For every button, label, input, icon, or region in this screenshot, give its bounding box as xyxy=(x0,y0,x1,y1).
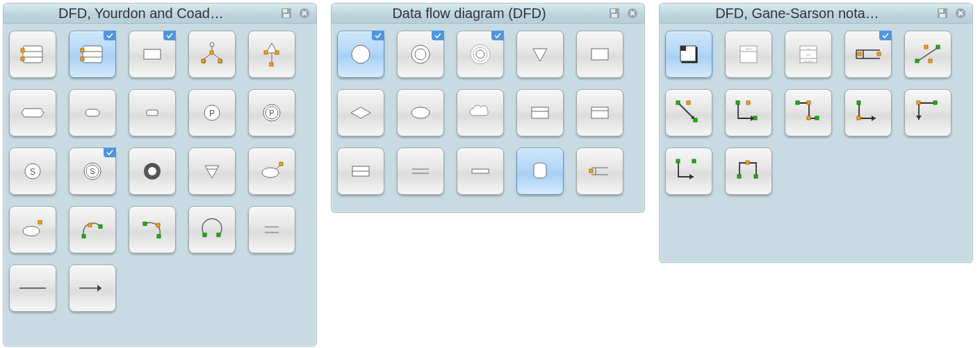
tool-flow-1[interactable] xyxy=(665,89,712,136)
tool-store-double[interactable] xyxy=(397,148,444,195)
tool-arrow[interactable] xyxy=(69,264,116,312)
tool-state-s-bold[interactable]: S xyxy=(69,148,116,195)
tool-line-pair[interactable] xyxy=(248,206,295,253)
save-icon[interactable] xyxy=(279,6,294,20)
tool-rectangle[interactable] xyxy=(576,31,623,78)
svg-text:location: location xyxy=(803,59,813,63)
svg-rect-112 xyxy=(924,45,928,49)
panel-title: DFD, Yourdon and Coad… xyxy=(10,6,276,22)
svg-rect-15 xyxy=(144,49,161,59)
tool-data-store-stack-alt[interactable] xyxy=(69,31,116,78)
tool-flow-7[interactable] xyxy=(725,148,772,195)
tool-ellipse[interactable] xyxy=(397,89,444,136)
svg-rect-44 xyxy=(279,162,283,166)
svg-rect-115 xyxy=(694,118,697,122)
svg-text:id: id xyxy=(807,47,809,50)
tool-line[interactable] xyxy=(9,264,56,312)
panel-title: DFD, Gane-Sarson nota… xyxy=(667,6,932,22)
tool-process-p[interactable]: P xyxy=(188,89,236,136)
tool-flow-4[interactable] xyxy=(844,89,892,136)
tool-flow-3[interactable] xyxy=(785,89,832,136)
tool-angled-box[interactable] xyxy=(9,89,56,136)
svg-rect-114 xyxy=(676,101,680,104)
tool-arc-3[interactable] xyxy=(188,206,236,253)
tool-process-box-sections[interactable]: idtextlocation xyxy=(785,31,832,78)
svg-rect-5 xyxy=(23,46,42,63)
svg-rect-80 xyxy=(472,169,489,173)
tool-store-open-right[interactable] xyxy=(576,148,623,195)
svg-rect-110 xyxy=(915,59,919,63)
tool-ellipse-handle-2[interactable] xyxy=(9,206,56,253)
tool-arc-1[interactable] xyxy=(69,206,116,253)
svg-rect-22 xyxy=(218,59,222,63)
tool-process-double[interactable] xyxy=(397,31,444,78)
tool-database[interactable] xyxy=(516,148,564,195)
tool-store-open[interactable] xyxy=(337,148,384,195)
panel-header: DFD, Yourdon and Coad… xyxy=(3,3,316,24)
svg-rect-119 xyxy=(746,101,750,104)
svg-text:S: S xyxy=(30,167,35,177)
tool-flow-6[interactable] xyxy=(665,148,712,195)
tool-flow-5[interactable] xyxy=(904,89,952,136)
svg-text:S: S xyxy=(90,167,95,175)
svg-rect-128 xyxy=(676,159,680,163)
tool-diamond[interactable] xyxy=(337,89,384,136)
svg-rect-117 xyxy=(736,101,740,104)
tool-store-line[interactable] xyxy=(457,148,504,195)
tool-process-box[interactable] xyxy=(665,31,712,78)
tool-multi-process[interactable] xyxy=(188,31,236,78)
tool-panel-2[interactable] xyxy=(576,89,623,136)
svg-point-64 xyxy=(352,45,370,63)
tool-data-store-stack[interactable] xyxy=(9,31,56,78)
svg-point-40 xyxy=(148,167,156,175)
tool-flow-2[interactable] xyxy=(725,89,772,136)
svg-rect-54 xyxy=(217,233,220,237)
svg-rect-48 xyxy=(99,225,102,228)
tool-panel[interactable] xyxy=(516,89,564,136)
tool-ring[interactable] xyxy=(129,148,176,195)
tool-process-triple[interactable] xyxy=(457,31,504,78)
save-icon[interactable] xyxy=(607,6,622,20)
tool-triangle-down[interactable] xyxy=(188,148,236,195)
svg-rect-122 xyxy=(807,116,810,120)
svg-point-65 xyxy=(411,45,430,63)
svg-point-16 xyxy=(210,42,214,47)
tool-process-box-titled[interactable]: text xyxy=(725,31,772,78)
tool-process-p-bold[interactable]: P xyxy=(248,89,295,136)
svg-rect-130 xyxy=(737,175,741,178)
svg-rect-46 xyxy=(38,221,42,224)
svg-rect-27 xyxy=(85,109,99,116)
tool-data-store[interactable] xyxy=(844,31,892,78)
tool-triangle-down[interactable] xyxy=(516,31,564,78)
close-icon[interactable] xyxy=(625,6,640,20)
svg-rect-20 xyxy=(210,51,213,54)
palette-gane: text idtextlocation xyxy=(660,24,972,203)
palette-yourdon: P P S S xyxy=(3,24,316,320)
save-icon[interactable] xyxy=(935,6,950,20)
tool-arc-2[interactable] xyxy=(129,206,176,253)
svg-rect-93 xyxy=(680,46,686,51)
tool-rounded-rect[interactable] xyxy=(69,89,116,136)
tool-rounded-rect-small[interactable] xyxy=(129,89,176,136)
svg-rect-85 xyxy=(589,169,593,173)
svg-rect-13 xyxy=(81,49,84,52)
tool-cloud[interactable] xyxy=(457,89,504,136)
close-icon[interactable] xyxy=(297,6,312,20)
svg-rect-72 xyxy=(532,107,548,118)
close-icon[interactable] xyxy=(953,6,968,20)
tool-flow-diag[interactable] xyxy=(904,31,952,78)
svg-rect-50 xyxy=(143,222,147,226)
svg-rect-47 xyxy=(82,235,85,238)
tool-external-entity[interactable] xyxy=(129,31,176,78)
tool-state-s[interactable]: S xyxy=(9,148,56,195)
svg-rect-24 xyxy=(270,63,273,66)
svg-point-71 xyxy=(411,107,430,118)
svg-rect-49 xyxy=(88,223,92,227)
tool-process-tree[interactable] xyxy=(248,31,295,78)
svg-rect-132 xyxy=(746,161,749,164)
svg-text:text: text xyxy=(746,47,752,51)
tool-ellipse-handle[interactable] xyxy=(248,148,295,195)
svg-rect-53 xyxy=(203,233,206,237)
svg-text:P: P xyxy=(269,109,274,117)
tool-process-circle[interactable] xyxy=(337,31,384,78)
